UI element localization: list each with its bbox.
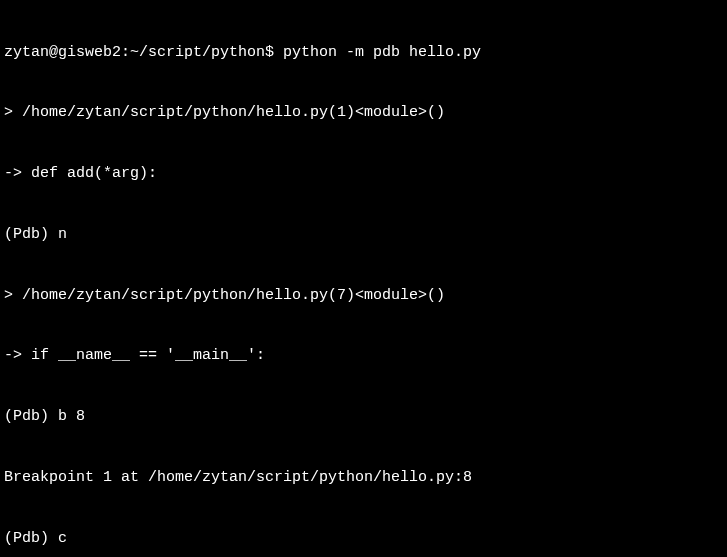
terminal-line: (Pdb) n: [4, 225, 723, 245]
terminal-line: > /home/zytan/script/python/hello.py(1)<…: [4, 103, 723, 123]
terminal-line: zytan@gisweb2:~/script/python$ python -m…: [4, 43, 723, 63]
terminal-line: > /home/zytan/script/python/hello.py(7)<…: [4, 286, 723, 306]
terminal-window[interactable]: zytan@gisweb2:~/script/python$ python -m…: [0, 0, 727, 557]
terminal-line: -> def add(*arg):: [4, 164, 723, 184]
terminal-line: (Pdb) c: [4, 529, 723, 549]
terminal-line: (Pdb) b 8: [4, 407, 723, 427]
terminal-line: -> if __name__ == '__main__':: [4, 346, 723, 366]
terminal-line: Breakpoint 1 at /home/zytan/script/pytho…: [4, 468, 723, 488]
